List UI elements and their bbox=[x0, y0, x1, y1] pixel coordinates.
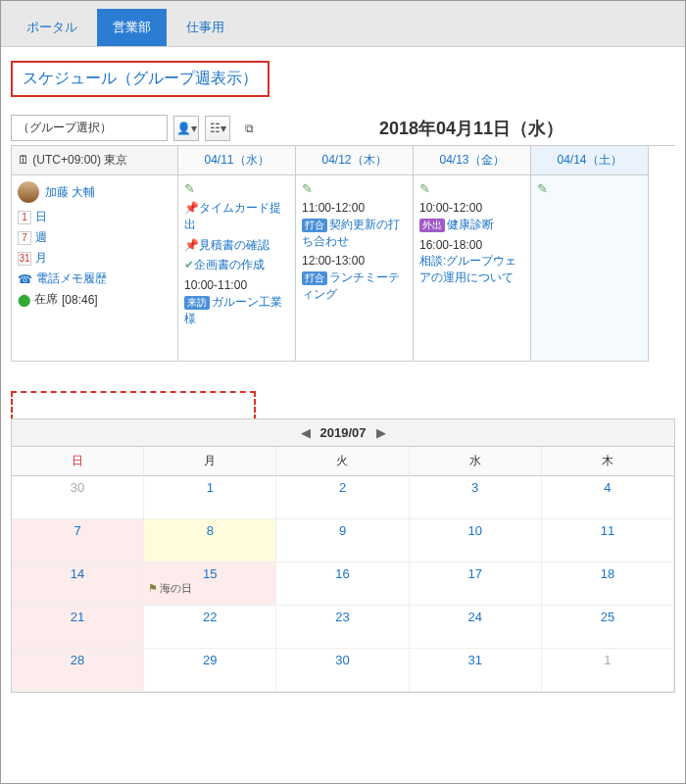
todo-timecard-label: タイムカード提出 bbox=[184, 201, 281, 231]
event-visit[interactable]: 10:00-11:00 来訪ガルーン工業様 bbox=[184, 277, 289, 326]
add-event-icon[interactable]: ✎ bbox=[302, 181, 313, 196]
presence-label: 在席 bbox=[34, 291, 58, 308]
day-icon: 1 bbox=[18, 211, 31, 224]
phone-icon: ☎ bbox=[18, 272, 32, 286]
date-num: 31 bbox=[410, 649, 541, 667]
add-event-icon[interactable]: ✎ bbox=[184, 181, 195, 196]
event-out-text: 健康診断 bbox=[447, 218, 494, 231]
calendar-icon: 🗓 bbox=[18, 153, 29, 167]
event-visit-tag: 来訪 bbox=[184, 296, 210, 310]
day-cell-2: ✎ 11:00-12:00 打合契約更新の打ち合わせ 12:00-13:00 打… bbox=[296, 175, 414, 362]
date-num: 24 bbox=[410, 606, 541, 624]
event-consult[interactable]: 16:00-18:00 相談:グループウェアの運用について bbox=[419, 237, 524, 286]
event-meeting-1[interactable]: 11:00-12:00 打合契約更新の打ち合わせ bbox=[302, 200, 407, 249]
mcell[interactable]: 21 bbox=[12, 606, 144, 649]
mcell[interactable]: 10 bbox=[410, 519, 542, 563]
event-out[interactable]: 10:00-12:00 外出健康診断 bbox=[419, 200, 524, 233]
date-num: 16 bbox=[276, 563, 408, 581]
mcell[interactable]: 23 bbox=[276, 606, 409, 649]
mcell[interactable]: 14 bbox=[12, 563, 144, 606]
view-day-link[interactable]: 1日 bbox=[18, 209, 172, 225]
popout-button[interactable]: ⧉ bbox=[236, 116, 262, 141]
todo-estimate[interactable]: 📌見積書の確認 bbox=[184, 237, 289, 254]
mcell[interactable]: 30 bbox=[12, 476, 144, 519]
mcell[interactable]: 9 bbox=[276, 519, 409, 563]
current-date-heading: 2018年04月11日（水） bbox=[268, 117, 675, 140]
user-picker-button[interactable]: 👤▾ bbox=[173, 116, 199, 141]
todo-plan[interactable]: ✔企画書の作成 bbox=[184, 257, 289, 273]
mcell[interactable]: 28 bbox=[12, 649, 144, 692]
tab-work[interactable]: 仕事用 bbox=[171, 9, 240, 46]
person-sidebar-cell: 加藤 大輔 1日 7週 31月 ☎電話メモ履歴 ⬤在席 [08:46] bbox=[12, 175, 178, 362]
day-header-4[interactable]: 04/14（土） bbox=[531, 146, 649, 175]
event-meeting-2-tag: 打合 bbox=[302, 271, 327, 285]
next-month-button[interactable]: ▶ bbox=[376, 425, 386, 440]
mcell[interactable]: 4 bbox=[542, 476, 674, 519]
mcell[interactable]: 11 bbox=[542, 519, 674, 563]
date-num: 4 bbox=[542, 476, 673, 495]
date-num: 3 bbox=[410, 476, 541, 495]
person-name-link[interactable]: 加藤 大輔 bbox=[45, 184, 95, 201]
todo-estimate-label: 見積書の確認 bbox=[199, 238, 270, 252]
day-cell-3: ✎ 10:00-12:00 外出健康診断 16:00-18:00 相談:グループ… bbox=[414, 175, 531, 362]
timezone-header: 🗓 (UTC+09:00) 東京 bbox=[12, 146, 178, 175]
view-week-link[interactable]: 7週 bbox=[18, 229, 172, 246]
todo-timecard[interactable]: 📌タイムカード提出 bbox=[184, 200, 289, 233]
add-event-icon[interactable]: ✎ bbox=[537, 181, 548, 196]
mcell[interactable]: 7 bbox=[12, 519, 144, 563]
mcell[interactable]: 16 bbox=[276, 563, 409, 606]
view-options: 1日 7週 31月 ☎電話メモ履歴 ⬤在席 [08:46] bbox=[18, 209, 172, 308]
mcell[interactable]: 1 bbox=[542, 649, 674, 692]
view-month-link[interactable]: 31月 bbox=[18, 250, 172, 267]
options-button[interactable]: ☷▾ bbox=[205, 116, 230, 141]
mcell[interactable]: 25 bbox=[542, 606, 674, 649]
presence-status: ⬤在席 [08:46] bbox=[18, 291, 172, 308]
pin-icon: 📌 bbox=[184, 238, 199, 252]
user-icon: 👤▾ bbox=[176, 122, 197, 135]
mhead-thu: 木 bbox=[542, 447, 674, 476]
mcell[interactable]: 2 bbox=[276, 476, 409, 519]
check-icon: ✔ bbox=[184, 258, 194, 271]
mcell[interactable]: 8 bbox=[144, 519, 276, 563]
mcell[interactable]: 22 bbox=[144, 606, 276, 649]
schedule-toolbar: （グループ選択） 👤▾ ☷▾ ⧉ 2018年04月11日（水） bbox=[1, 111, 685, 145]
mhead-sun: 日 bbox=[12, 447, 144, 476]
popout-icon: ⧉ bbox=[245, 122, 254, 135]
date-num: 1 bbox=[144, 476, 275, 495]
event-meeting-2[interactable]: 12:00-13:00 打合ランチミーティング bbox=[302, 253, 407, 302]
phone-memo-link[interactable]: ☎電話メモ履歴 bbox=[18, 270, 172, 287]
month-calendar: ◀ 2019/07 ▶ 日 月 火 水 木 30 1 2 3 4 7 8 9 1… bbox=[11, 418, 675, 693]
mcell-holiday[interactable]: 15 ⚑海の日 bbox=[144, 563, 276, 606]
holiday-label: ⚑海の日 bbox=[144, 581, 275, 596]
prev-month-button[interactable]: ◀ bbox=[301, 425, 311, 440]
mcell[interactable]: 31 bbox=[410, 649, 542, 692]
person-header: 加藤 大輔 bbox=[18, 181, 172, 203]
event-visit-time: 10:00-11:00 bbox=[184, 277, 289, 294]
event-meeting-1-time: 11:00-12:00 bbox=[302, 200, 407, 217]
schedule-title-link[interactable]: スケジュール（グループ週表示） bbox=[23, 70, 258, 86]
view-month-label: 月 bbox=[35, 250, 47, 267]
day-header-1[interactable]: 04/11（水） bbox=[178, 146, 296, 175]
title-highlight-box: スケジュール（グループ週表示） bbox=[11, 61, 270, 97]
add-event-icon[interactable]: ✎ bbox=[419, 181, 430, 196]
tab-portal[interactable]: ポータル bbox=[11, 9, 93, 46]
tab-sales[interactable]: 営業部 bbox=[97, 9, 167, 46]
mcell[interactable]: 18 bbox=[542, 563, 674, 606]
top-tabs: ポータル 営業部 仕事用 bbox=[1, 1, 685, 47]
view-day-label: 日 bbox=[35, 209, 47, 225]
group-select-dropdown[interactable]: （グループ選択） bbox=[11, 115, 168, 141]
date-num: 2 bbox=[276, 476, 408, 495]
mcell[interactable]: 3 bbox=[410, 476, 542, 519]
empty-highlight-box bbox=[11, 391, 256, 420]
mcell[interactable]: 17 bbox=[410, 563, 542, 606]
mcell[interactable]: 1 bbox=[144, 476, 276, 519]
mcell[interactable]: 24 bbox=[410, 606, 542, 649]
mcell[interactable]: 30 bbox=[276, 649, 409, 692]
month-nav: ◀ 2019/07 ▶ bbox=[12, 419, 674, 447]
date-num: 22 bbox=[144, 606, 275, 624]
day-header-3[interactable]: 04/13（金） bbox=[414, 146, 531, 175]
day-header-2[interactable]: 04/12（木） bbox=[296, 146, 414, 175]
date-num: 11 bbox=[542, 519, 673, 538]
event-out-tag: 外出 bbox=[419, 219, 445, 232]
mcell[interactable]: 29 bbox=[144, 649, 276, 692]
